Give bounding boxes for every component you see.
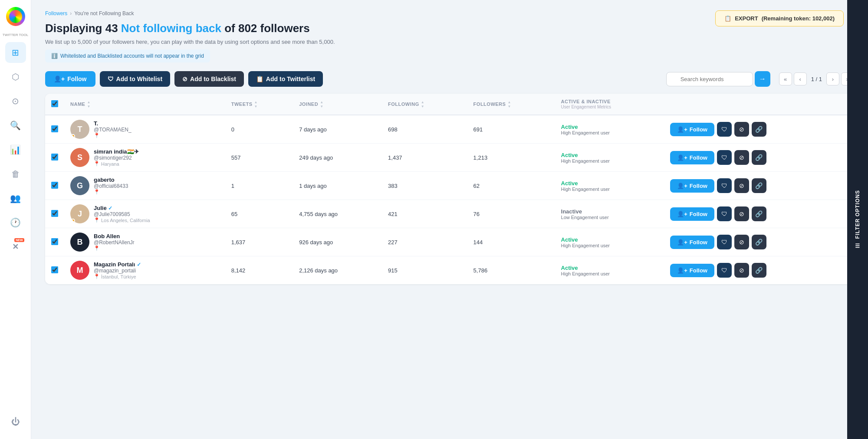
avatar: G (70, 176, 89, 195)
row-block-button[interactable]: ⊘ (734, 263, 749, 278)
following-cell: 227 (382, 228, 467, 256)
row-checkbox[interactable] (51, 266, 58, 273)
username: @RobertNAllenJr (94, 239, 135, 246)
username: @Julie7009585 (94, 211, 150, 217)
user-cell: M Magazin Portalı ✓ @magazin_portali 📍İs… (64, 256, 225, 285)
row-checkbox[interactable] (51, 238, 58, 245)
engagement-label: High Engagement user (561, 243, 658, 248)
row-block-button[interactable]: ⊘ (734, 235, 749, 249)
row-follow-button[interactable]: 👤+ Follow (670, 236, 714, 249)
export-button[interactable]: 📋 EXPORT (Remaining token: 102,002) (715, 10, 844, 26)
add-to-whitelist-button[interactable]: 🛡 Add to Whitelist (100, 71, 171, 87)
row-follow-icon: 👤+ (677, 183, 687, 189)
row-link-button[interactable]: 🔗 (752, 263, 766, 278)
add-to-blacklist-button[interactable]: ⊘ Add to Blacklist (174, 71, 244, 87)
sidebar-item-analytics[interactable]: 📊 (5, 139, 26, 160)
status-label: Active (561, 152, 658, 158)
table-body: T T. @TORAMAEN_ 📍 0 7 days ago 698 691 A… (45, 115, 854, 284)
row-checkbox[interactable] (51, 154, 58, 161)
user-info: simran india🇮🇳✈ @simontiger292 📍Haryana (94, 148, 139, 167)
row-block-button[interactable]: ⊘ (734, 122, 749, 137)
row-checkbox[interactable] (51, 182, 58, 189)
row-checkbox[interactable] (51, 125, 58, 132)
row-link-button[interactable]: 🔗 (752, 206, 766, 221)
row-whitelist-button[interactable]: 🛡 (717, 178, 732, 193)
th-name-label: NAME (70, 102, 85, 107)
avatar: M (70, 261, 89, 280)
location-pin-icon: 📍 (94, 133, 100, 138)
follow-icon: 👤+ (54, 75, 65, 82)
sidebar-item-power[interactable]: ⏻ (5, 411, 26, 432)
row-block-button[interactable]: ⊘ (734, 206, 749, 221)
row-whitelist-button[interactable]: 🛡 (717, 235, 732, 249)
location: 📍Los Angeles, California (94, 217, 150, 223)
avatar-placeholder: S (70, 148, 89, 167)
analytics-icon: 📊 (10, 144, 21, 155)
username: @TORAMAEN_ (94, 127, 132, 133)
row-follow-button[interactable]: 👤+ Follow (670, 179, 714, 193)
user-info: Magazin Portalı ✓ @magazin_portali 📍İsta… (94, 261, 141, 279)
name-sort-arrows[interactable]: ▲▼ (87, 100, 90, 108)
sidebar-item-search[interactable]: 🔍 (5, 115, 26, 136)
add-to-twitterlist-button[interactable]: 📋 Add to Twitterlist (248, 71, 323, 87)
row-link-icon: 🔗 (755, 239, 763, 246)
sidebar-item-history[interactable]: 🕐 (5, 212, 26, 233)
blacklist-icon: ⊘ (182, 75, 187, 82)
row-block-button[interactable]: ⊘ (734, 178, 749, 193)
joined-sort-arrows[interactable]: ▲▼ (320, 100, 323, 108)
row-link-button[interactable]: 🔗 (752, 150, 766, 165)
row-whitelist-button[interactable]: 🛡 (717, 150, 732, 165)
row-whitelist-button[interactable]: 🛡 (717, 122, 732, 137)
row-follow-button[interactable]: 👤+ Follow (670, 123, 714, 136)
row-link-icon: 🔗 (755, 210, 763, 217)
followers-sort-arrows[interactable]: ▲▼ (507, 100, 511, 108)
following-sort-arrows[interactable]: ▲▼ (421, 100, 424, 108)
select-all-checkbox[interactable] (51, 100, 58, 107)
page-next-button[interactable]: › (826, 72, 839, 85)
tweets-cell: 65 (225, 200, 293, 228)
user-info: T. @TORAMAEN_ 📍 (94, 120, 132, 138)
breadcrumb-parent[interactable]: Followers (45, 10, 67, 16)
page-prev-button[interactable]: ‹ (794, 72, 807, 85)
username: @official68433 (94, 183, 128, 189)
row-follow-icon: 👤+ (677, 154, 687, 161)
bulk-follow-button[interactable]: 👤+ Follow (45, 71, 95, 87)
row-block-icon: ⊘ (739, 239, 744, 246)
row-follow-button[interactable]: 👤+ Follow (670, 151, 714, 164)
row-block-button[interactable]: ⊘ (734, 150, 749, 165)
row-follow-button[interactable]: 👤+ Follow (670, 264, 714, 277)
sidebar-item-monitor[interactable]: ⊙ (5, 91, 26, 111)
page-info: 1 / 1 (809, 76, 825, 82)
x-icon: ✕ (12, 242, 19, 252)
pagination: « ‹ 1 / 1 › » (779, 72, 854, 85)
search-go-button[interactable]: → (755, 71, 770, 87)
engagement-label: High Engagement user (561, 130, 658, 135)
avatar: S (70, 148, 89, 167)
sidebar-item-dashboard[interactable]: ⊞ (5, 42, 26, 63)
sidebar-item-network[interactable]: ⬡ (5, 66, 26, 87)
sidebar-item-trash[interactable]: 🗑 (5, 164, 26, 184)
search-area: 🔍 → « ‹ 1 / 1 › » (666, 71, 854, 87)
status-cell: Active High Engagement user (555, 228, 664, 256)
search-input[interactable] (666, 72, 753, 86)
row-link-button[interactable]: 🔗 (752, 122, 766, 137)
row-whitelist-button[interactable]: 🛡 (717, 263, 732, 278)
row-whitelist-button[interactable]: 🛡 (717, 206, 732, 221)
row-checkbox[interactable] (51, 210, 58, 217)
row-follow-button[interactable]: 👤+ Follow (670, 207, 714, 221)
joined-cell: 249 days ago (293, 144, 382, 172)
sidebar-item-x[interactable]: NEW ✕ (5, 236, 26, 257)
table-row: B Bob Allen @RobertNAllenJr 📍 1,637 926 … (45, 228, 854, 256)
table-row: T T. @TORAMAEN_ 📍 0 7 days ago 698 691 A… (45, 115, 854, 144)
row-link-button[interactable]: 🔗 (752, 178, 766, 193)
row-link-button[interactable]: 🔗 (752, 235, 766, 249)
sidebar-item-users[interactable]: 👥 (5, 188, 26, 209)
page-first-button[interactable]: « (779, 72, 792, 85)
tweets-sort-arrows[interactable]: ▲▼ (254, 100, 258, 108)
row-link-icon: 🔗 (755, 126, 763, 133)
row-checkbox-cell (45, 200, 64, 228)
user-cell: S simran india🇮🇳✈ @simontiger292 📍Haryan… (64, 144, 225, 172)
online-dot (71, 134, 75, 138)
filter-panel[interactable]: ☰ FILTER OPTIONS (847, 0, 868, 439)
table-row: M Magazin Portalı ✓ @magazin_portali 📍İs… (45, 256, 854, 285)
